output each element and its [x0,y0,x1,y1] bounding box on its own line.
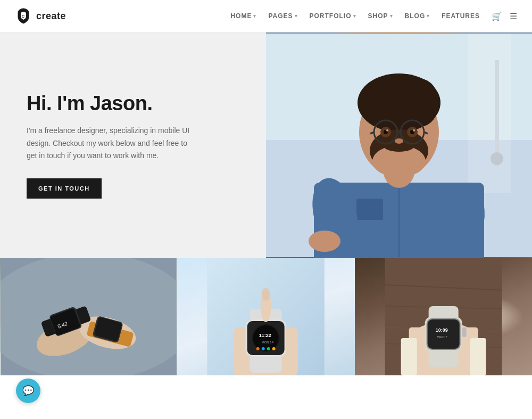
svg-rect-70 [470,338,486,375]
nav-blog[interactable]: BLOG ▾ [405,12,430,20]
nav-icons-group: 🛒 ☰ [492,11,517,21]
person-illustration [266,32,532,258]
hero-title: Hi. I'm Jason. [27,92,239,115]
svg-point-57 [262,347,265,350]
svg-text:MON 14: MON 14 [262,341,274,344]
nav-portfolio[interactable]: PORTFOLIO ▾ [310,12,356,20]
chevron-down-icon: ▾ [253,13,256,19]
chevron-down-icon: ▾ [295,13,298,19]
nav-shop[interactable]: SHOP ▾ [368,12,393,20]
chat-button[interactable]: 💬 [16,379,40,403]
watch-image-1: 5:42 [0,258,177,375]
hero-left-panel: Hi. I'm Jason. I'm a freelance designer,… [0,32,266,258]
main-grid: Hi. I'm Jason. I'm a freelance designer,… [0,32,532,375]
watch-svg-2: 11:22 MON 14 [177,258,354,375]
person-photo [266,32,532,258]
svg-rect-32 [495,60,499,167]
svg-rect-7 [356,199,383,220]
nav-features[interactable]: FEATURES [442,12,480,20]
svg-point-26 [386,129,388,132]
watch-svg-1: 5:42 [0,258,177,375]
chevron-down-icon: ▾ [427,13,430,19]
svg-rect-69 [401,338,417,375]
hero-photo-panel [266,32,532,258]
chevron-down-icon: ▾ [353,13,356,19]
svg-point-28 [395,138,403,144]
svg-point-59 [272,347,276,350]
logo-icon: C [15,7,32,24]
watch-svg-3: 10:09 WED 7 [355,258,532,375]
watch-image-3: 10:09 WED 7 [355,258,532,375]
svg-point-53 [253,325,279,351]
svg-point-31 [309,231,340,252]
chevron-down-icon: ▾ [390,13,393,19]
svg-text:C: C [22,14,25,19]
bottom-image-grid: 5:42 [0,258,532,375]
svg-rect-77 [462,327,466,337]
svg-rect-3 [468,34,511,193]
svg-text:10:09: 10:09 [435,327,447,333]
svg-point-27 [413,129,415,132]
svg-point-33 [491,152,503,165]
get-in-touch-button[interactable]: GET IN TOUCH [27,178,102,199]
svg-text:WED 7: WED 7 [437,335,447,339]
menu-icon[interactable]: ☰ [510,11,517,21]
svg-rect-74 [427,319,459,349]
chat-icon: 💬 [22,385,34,397]
header: C create HOME ▾ PAGES ▾ PORTFOLIO ▾ SHOP… [0,0,532,32]
watch-image-2: 11:22 MON 14 [177,258,354,375]
logo-text: create [36,11,66,22]
logo[interactable]: C create [15,7,66,24]
nav-pages[interactable]: PAGES ▾ [268,12,297,20]
svg-point-13 [367,79,431,111]
cart-icon[interactable]: 🛒 [492,11,502,21]
main-nav: HOME ▾ PAGES ▾ PORTFOLIO ▾ SHOP ▾ BLOG ▾… [230,11,517,21]
svg-point-61 [262,288,270,301]
svg-point-56 [256,347,260,350]
svg-text:11:22: 11:22 [259,333,271,338]
hero-description: I'm a freelance designer, specializing i… [27,125,197,162]
svg-point-58 [267,347,270,350]
nav-home[interactable]: HOME ▾ [230,12,256,20]
